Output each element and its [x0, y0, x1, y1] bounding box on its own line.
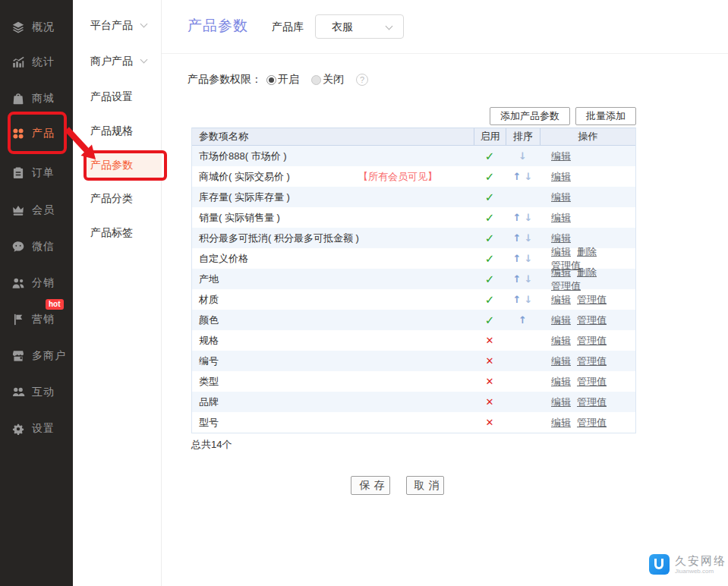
sort-down-button[interactable]: ↓: [525, 233, 533, 243]
enabled-check-icon[interactable]: ✓: [485, 211, 495, 225]
enabled-check-icon[interactable]: ✓: [485, 252, 495, 266]
edit-link[interactable]: 编辑: [551, 246, 571, 257]
disabled-cross-icon[interactable]: ✕: [486, 335, 494, 346]
table-row: 类型✕编辑管理值: [192, 371, 635, 392]
sort-down-button[interactable]: ↓: [525, 254, 533, 263]
edit-link[interactable]: 编辑: [551, 314, 571, 326]
sidebar-item-9[interactable]: 营销hot: [0, 301, 73, 338]
disabled-cross-icon[interactable]: ✕: [486, 376, 494, 387]
edit-link[interactable]: 编辑: [551, 150, 571, 162]
sort-up-button[interactable]: ↑: [513, 295, 522, 304]
sidebar-item-label: 微信: [32, 240, 55, 254]
delete-link[interactable]: 删除: [577, 266, 597, 278]
manage-values-link[interactable]: 管理值: [577, 335, 607, 346]
hot-badge: hot: [46, 299, 64, 310]
enabled-check-icon[interactable]: ✓: [485, 170, 495, 184]
param-name: 编号: [199, 354, 219, 368]
edit-link[interactable]: 编辑: [551, 355, 571, 367]
submenu-item-7[interactable]: 产品标签: [73, 219, 162, 245]
edit-link[interactable]: 编辑: [551, 335, 571, 346]
edit-link[interactable]: 编辑: [551, 171, 571, 182]
param-name-cell: 型号: [192, 416, 474, 430]
sidebar-item-5[interactable]: 订单: [0, 155, 73, 191]
edit-link[interactable]: 编辑: [551, 396, 571, 408]
distribution-users-icon: [11, 276, 25, 290]
radio-option-on[interactable]: 开启: [266, 73, 299, 87]
param-name-cell: 颜色: [192, 313, 474, 327]
enabled-check-icon[interactable]: ✓: [485, 232, 495, 245]
sidebar-item-11[interactable]: 互动: [0, 374, 73, 411]
disabled-cross-icon[interactable]: ✕: [486, 355, 494, 367]
edit-link[interactable]: 编辑: [551, 191, 571, 203]
submenu-item-label: 产品参数: [90, 159, 133, 171]
sort-down-button[interactable]: ↓: [525, 274, 533, 284]
sidebar-item-1[interactable]: 概况: [0, 9, 73, 46]
sort-down-button[interactable]: ↓: [518, 151, 527, 161]
submenu-item-4[interactable]: 产品规格: [73, 118, 162, 143]
edit-link[interactable]: 编辑: [551, 294, 571, 305]
operations-cell: 编辑删除管理值: [540, 266, 635, 293]
product-submenu: 平台产品商户产品产品设置产品规格产品参数产品分类产品标签: [73, 0, 162, 586]
sidebar-item-10[interactable]: 多商户: [0, 338, 73, 374]
manage-values-link[interactable]: 管理值: [577, 376, 607, 387]
save-button[interactable]: 保存: [351, 476, 390, 495]
sidebar-item-2[interactable]: 统计: [0, 44, 73, 80]
edit-link[interactable]: 编辑: [551, 376, 571, 387]
radio-option-off[interactable]: 关闭: [311, 73, 344, 87]
sort-up-button[interactable]: ↑: [518, 315, 527, 325]
submenu-item-3[interactable]: 产品设置: [73, 83, 162, 109]
manage-values-link[interactable]: 管理值: [577, 396, 607, 408]
manage-values-link[interactable]: 管理值: [577, 355, 607, 367]
enabled-check-icon[interactable]: ✓: [485, 293, 495, 307]
vendor-name: 久安网络: [675, 555, 726, 566]
submenu-item-label: 产品规格: [90, 124, 133, 137]
delete-link[interactable]: 删除: [577, 246, 597, 257]
manage-values-link[interactable]: 管理值: [577, 417, 607, 428]
sidebar-item-8[interactable]: 分销: [0, 265, 73, 301]
enabled-check-icon[interactable]: ✓: [485, 191, 495, 204]
disabled-cross-icon[interactable]: ✕: [486, 417, 494, 428]
edit-link[interactable]: 编辑: [551, 266, 571, 278]
disabled-cross-icon[interactable]: ✕: [486, 396, 494, 408]
sidebar-item-3[interactable]: 商城: [0, 80, 73, 117]
header-sort: 排序: [506, 128, 540, 145]
submenu-item-5[interactable]: 产品参数: [86, 152, 162, 178]
cancel-button[interactable]: 取消: [406, 476, 444, 495]
radio-on-icon[interactable]: [266, 75, 276, 85]
submenu-item-6[interactable]: 产品分类: [73, 185, 162, 211]
sidebar-item-12[interactable]: 设置: [0, 411, 73, 447]
sort-up-button[interactable]: ↑: [513, 274, 522, 284]
add-param-button[interactable]: 添加产品参数: [490, 107, 570, 125]
sort-down-button[interactable]: ↓: [525, 172, 533, 181]
sidebar-item-6[interactable]: 会员: [0, 192, 73, 228]
manage-values-link[interactable]: 管理值: [577, 294, 607, 305]
sort-up-button[interactable]: ↑: [513, 213, 522, 222]
help-question-icon[interactable]: ?: [356, 74, 368, 86]
enabled-check-icon[interactable]: ✓: [485, 313, 495, 327]
radio-off-icon[interactable]: [311, 75, 321, 85]
sidebar-item-4[interactable]: 产品: [0, 115, 73, 152]
param-name-cell: 材质: [192, 293, 474, 307]
radio-on-label: 开启: [278, 73, 299, 87]
param-name-cell: 自定义价格: [192, 252, 474, 266]
sort-up-button[interactable]: ↑: [513, 233, 522, 243]
sort-up-button[interactable]: ↑: [513, 254, 522, 263]
enabled-check-icon[interactable]: ✓: [485, 150, 495, 163]
submenu-item-2[interactable]: 商户产品: [73, 48, 162, 74]
manage-values-link[interactable]: 管理值: [577, 314, 607, 326]
library-select[interactable]: 衣服: [315, 14, 404, 39]
edit-link[interactable]: 编辑: [551, 417, 571, 428]
edit-link[interactable]: 编辑: [551, 232, 571, 244]
sort-down-button[interactable]: ↓: [525, 213, 533, 222]
manage-values-link[interactable]: 管理值: [551, 280, 581, 291]
submenu-item-label: 平台产品: [90, 19, 133, 31]
edit-link[interactable]: 编辑: [551, 212, 571, 223]
enabled-check-icon[interactable]: ✓: [485, 273, 495, 286]
sidebar-item-7[interactable]: 微信: [0, 228, 73, 265]
sort-up-button[interactable]: ↑: [513, 172, 522, 181]
submenu-item-1[interactable]: 平台产品: [73, 12, 162, 38]
operations-cell: 编辑管理值: [540, 354, 635, 368]
batch-add-button[interactable]: 批量添加: [575, 107, 636, 125]
sort-down-button[interactable]: ↓: [525, 295, 533, 304]
total-count: 总共14个: [191, 438, 232, 452]
